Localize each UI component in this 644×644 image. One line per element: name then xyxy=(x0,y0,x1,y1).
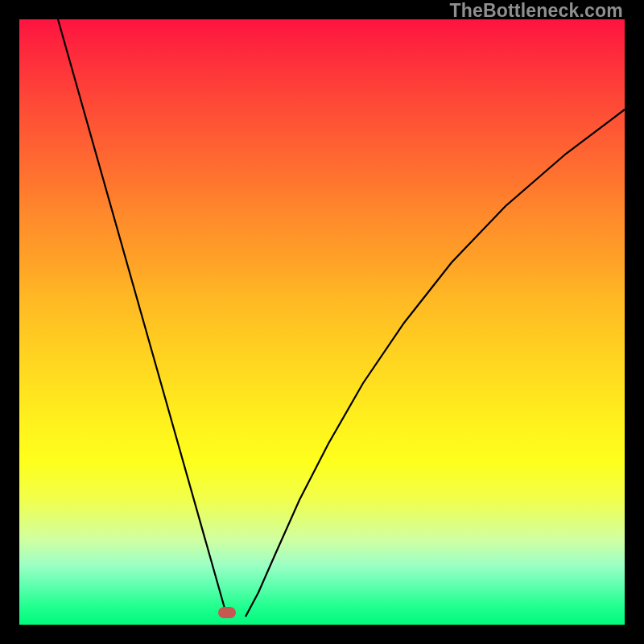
bottleneck-curve-right xyxy=(246,109,625,617)
plot-area xyxy=(19,19,625,625)
optimal-point-marker xyxy=(218,607,236,618)
bottleneck-curve-left xyxy=(58,19,227,617)
watermark-text: TheBottleneck.com xyxy=(449,0,623,22)
curve-svg xyxy=(19,19,625,625)
chart-frame: TheBottleneck.com xyxy=(0,0,644,644)
